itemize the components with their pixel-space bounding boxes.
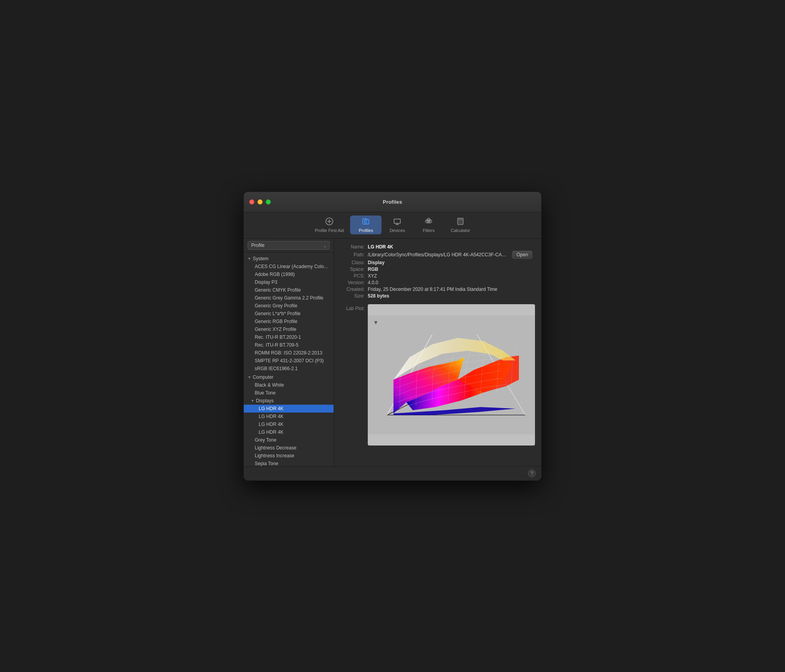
list-item[interactable]: Blue Tone xyxy=(244,389,334,397)
path-row: Path: /Library/ColorSync/Profiles/Displa… xyxy=(340,251,535,259)
list-item[interactable]: Grey Tone xyxy=(244,436,334,444)
space-label: Space: xyxy=(340,267,365,272)
lab-plot-label: Lab Plot: xyxy=(340,304,365,311)
system-section-header[interactable]: ▼ System xyxy=(244,255,334,263)
created-value: Friday, 25 December 2020 at 8:17:41 PM I… xyxy=(368,287,497,292)
list-item[interactable]: LG HDR 4K xyxy=(244,420,334,428)
titlebar: Profiles xyxy=(244,192,541,212)
displays-subsection-label: Displays xyxy=(256,398,274,404)
list-item[interactable]: Generic Grey Profile xyxy=(244,302,334,310)
displays-subsection-header[interactable]: ▼ Displays xyxy=(244,397,334,405)
svg-point-20 xyxy=(458,223,459,223)
path-label: Path: xyxy=(340,252,365,257)
calculator-icon xyxy=(456,217,465,227)
list-item[interactable]: LG HDR 4K xyxy=(244,405,334,413)
path-value-wrapper: /Library/ColorSync/Profiles/Displays/LG … xyxy=(368,251,535,259)
list-item[interactable]: Generic XYZ Profile xyxy=(244,325,334,333)
version-row: Version: 4.0.0 xyxy=(340,280,535,285)
svg-point-21 xyxy=(460,223,461,223)
content-area: Profile ▼ System ACES CG Linear (Academy… xyxy=(244,239,541,466)
lab-plot-area xyxy=(368,304,535,446)
list-item[interactable]: Rec. ITU-R BT.709-5 xyxy=(244,341,334,349)
tab-devices[interactable]: Devices xyxy=(382,215,413,234)
name-label: Name: xyxy=(340,244,365,250)
bottom-bar: ? xyxy=(244,466,541,480)
version-value: 4.0.0 xyxy=(368,280,378,285)
tab-profiles[interactable]: Profiles xyxy=(350,215,382,234)
list-item[interactable]: Black & White xyxy=(244,381,334,389)
lab-plot-section: Lab Plot: xyxy=(340,304,535,446)
size-row: Size: 528 bytes xyxy=(340,293,535,299)
list-item[interactable]: LG HDR 4K xyxy=(244,428,334,436)
devices-icon xyxy=(393,217,402,227)
created-label: Created: xyxy=(340,287,365,292)
detail-panel: Name: LG HDR 4K Path: /Library/ColorSync… xyxy=(334,239,541,466)
tab-devices-label: Devices xyxy=(390,228,405,233)
profile-selector-container: Profile xyxy=(244,239,334,252)
computer-triangle-icon: ▼ xyxy=(248,375,251,379)
version-label: Version: xyxy=(340,280,365,285)
svg-point-17 xyxy=(458,221,459,222)
tab-filters[interactable]: Filters xyxy=(413,215,444,234)
space-value: RGB xyxy=(368,267,378,272)
tab-profile-first-aid-label: Profile First Aid xyxy=(315,228,344,233)
tree: ▼ System ACES CG Linear (Academy Colo...… xyxy=(244,252,334,466)
list-item[interactable]: SMPTE RP 431-2-2007 DCI (P3) xyxy=(244,357,334,365)
list-item[interactable]: LG HDR 4K xyxy=(244,413,334,420)
minimize-button[interactable] xyxy=(257,199,263,205)
displays-triangle-icon: ▼ xyxy=(251,399,254,403)
system-triangle-icon: ▼ xyxy=(248,257,251,261)
list-item[interactable]: Generic L*a*b* Profile xyxy=(244,310,334,318)
profile-info: Name: LG HDR 4K Path: /Library/ColorSync… xyxy=(340,244,535,299)
list-item[interactable]: Sepia Tone xyxy=(244,460,334,466)
tab-calculator[interactable]: Calculator xyxy=(444,215,476,234)
pcs-row: PCS: XYZ xyxy=(340,273,535,279)
lab-plot-svg xyxy=(368,304,535,446)
class-value: Display xyxy=(368,260,385,265)
profiles-icon xyxy=(361,217,370,227)
list-item[interactable]: Adobe RGB (1998) xyxy=(244,270,334,278)
list-item[interactable]: Rec. ITU-R BT.2020-1 xyxy=(244,333,334,341)
maximize-button[interactable] xyxy=(266,199,271,205)
system-group: ▼ System ACES CG Linear (Academy Colo...… xyxy=(244,255,334,373)
name-value: LG HDR 4K xyxy=(368,244,393,250)
space-row: Space: RGB xyxy=(340,267,535,272)
class-label: Class: xyxy=(340,260,365,265)
open-button[interactable]: Open xyxy=(512,251,532,259)
svg-point-19 xyxy=(461,221,462,222)
toolbar: Profile First Aid Profiles xyxy=(244,212,541,239)
tab-profiles-label: Profiles xyxy=(359,228,373,233)
list-item[interactable]: ACES CG Linear (Academy Colo... xyxy=(244,263,334,270)
computer-group: ▼ Computer Black & White Blue Tone ▼ Dis… xyxy=(244,373,334,466)
size-value: 528 bytes xyxy=(368,293,389,299)
list-item[interactable]: Generic Grey Gamma 2.2 Profile xyxy=(244,294,334,302)
list-item[interactable]: sRGB IEC61966-2.1 xyxy=(244,365,334,373)
list-item[interactable]: ROMM RGB: ISO 22028-2:2013 xyxy=(244,349,334,357)
list-item[interactable]: Lightness Decrease xyxy=(244,444,334,452)
computer-section-header[interactable]: ▼ Computer xyxy=(244,373,334,381)
list-item[interactable]: Generic CMYK Profile xyxy=(244,286,334,294)
path-value: /Library/ColorSync/Profiles/Displays/LG … xyxy=(368,252,509,257)
traffic-lights xyxy=(249,199,271,205)
profile-selector-wrapper: Profile xyxy=(248,241,330,250)
computer-section-label: Computer xyxy=(253,374,274,380)
name-row: Name: LG HDR 4K xyxy=(340,244,535,250)
close-button[interactable] xyxy=(249,199,254,205)
size-label: Size: xyxy=(340,293,365,299)
profile-dropdown[interactable]: Profile xyxy=(248,241,330,250)
tab-calculator-label: Calculator xyxy=(451,228,470,233)
tab-profile-first-aid[interactable]: Profile First Aid xyxy=(309,215,350,234)
main-window: Profiles Profile First Aid xyxy=(243,192,542,481)
system-section-label: System xyxy=(253,256,268,261)
window-title: Profiles xyxy=(383,199,402,205)
tab-filters-label: Filters xyxy=(423,228,434,233)
svg-point-22 xyxy=(461,223,462,223)
profile-first-aid-icon xyxy=(325,217,334,227)
svg-point-18 xyxy=(460,221,461,222)
filters-icon xyxy=(424,217,433,227)
list-item[interactable]: Display P3 xyxy=(244,278,334,286)
list-item[interactable]: Generic RGB Profile xyxy=(244,318,334,325)
help-button[interactable]: ? xyxy=(528,469,536,477)
class-row: Class: Display xyxy=(340,260,535,265)
list-item[interactable]: Lightness Increase xyxy=(244,452,334,460)
